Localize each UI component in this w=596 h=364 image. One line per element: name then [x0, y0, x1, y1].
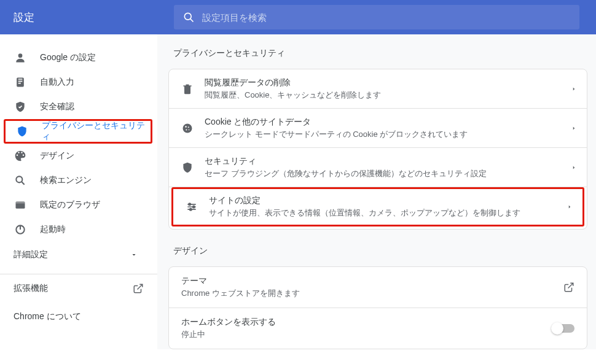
trash-icon	[181, 83, 194, 95]
sidebar-item-label: デザイン	[40, 150, 74, 161]
sidebar-advanced-label: 詳細設定	[14, 249, 48, 260]
privacy-card: 閲覧履歴データの削除 閲覧履歴、Cookie、キャッシュなどを削除します Coo…	[168, 69, 587, 230]
browser-icon	[14, 199, 26, 211]
svg-point-20	[190, 209, 192, 211]
sidebar-item-label: 安全確認	[40, 101, 74, 112]
open-in-new-icon	[133, 283, 144, 294]
assignment-icon	[14, 76, 26, 88]
tune-icon	[186, 201, 198, 213]
svg-line-9	[138, 284, 143, 289]
sidebar-item-search-engine[interactable]: 検索エンジン	[0, 168, 157, 193]
sidebar-item-appearance[interactable]: デザイン	[0, 144, 157, 168]
header: 設定	[0, 0, 596, 34]
sidebar-item-autofill[interactable]: 自動入力	[0, 70, 157, 95]
appearance-card: テーマ Chrome ウェブストアを開きます ホームボタンを表示する 停止中	[168, 266, 587, 349]
svg-line-1	[190, 19, 194, 22]
sidebar-about[interactable]: Chrome について	[0, 303, 157, 331]
svg-point-3	[16, 176, 22, 182]
sidebar-item-label: 自動入力	[40, 77, 74, 88]
sidebar-advanced[interactable]: 詳細設定	[0, 242, 157, 268]
open-in-new-icon	[563, 282, 574, 293]
row-clear-browsing-data[interactable]: 閲覧履歴データの削除 閲覧履歴、Cookie、キャッシュなどを削除します	[169, 69, 587, 109]
svg-point-10	[183, 123, 192, 133]
security-icon	[181, 161, 194, 174]
power-icon	[14, 223, 26, 236]
row-theme[interactable]: テーマ Chrome ウェブストアを開きます	[169, 267, 587, 308]
sidebar-item-google[interactable]: Google の設定	[0, 45, 157, 70]
person-icon	[14, 52, 26, 64]
sidebar-item-label: 検索エンジン	[40, 175, 92, 186]
svg-point-0	[184, 13, 191, 20]
chevron-down-icon	[130, 251, 138, 258]
svg-point-19	[193, 206, 195, 207]
sidebar-item-default-browser[interactable]: 既定のブラウザ	[0, 193, 157, 217]
row-sub: セーフ ブラウジング（危険なサイトからの保護機能）などのセキュリティ設定	[205, 168, 571, 179]
row-sub: 閲覧履歴、Cookie、キャッシュなどを削除します	[205, 90, 571, 101]
chevron-right-icon	[571, 86, 577, 92]
svg-point-11	[185, 126, 187, 128]
search-box[interactable]	[174, 5, 579, 29]
verified-icon	[14, 101, 26, 113]
sidebar: Google の設定 自動入力 安全確認 プライバシーとセキュリティ デザイン …	[0, 34, 157, 349]
row-title: サイトの設定	[209, 195, 567, 206]
row-title: セキュリティ	[205, 156, 571, 167]
sidebar-about-label: Chrome について	[14, 311, 81, 322]
page-title: 設定	[0, 10, 174, 25]
svg-point-2	[18, 53, 23, 58]
sidebar-item-safety[interactable]: 安全確認	[0, 95, 157, 119]
row-cookies[interactable]: Cookie と他のサイトデータ シークレット モードでサードパーティの Coo…	[169, 109, 587, 148]
row-title: ホームボタンを表示する	[181, 317, 552, 328]
sidebar-item-privacy[interactable]: プライバシーとセキュリティ	[4, 119, 152, 144]
svg-point-14	[189, 129, 190, 130]
svg-point-18	[189, 203, 190, 205]
row-title: 閲覧履歴データの削除	[205, 77, 571, 88]
search-input[interactable]	[202, 12, 571, 23]
row-sub: Chrome ウェブストアを開きます	[181, 288, 563, 299]
sidebar-item-label: 起動時	[40, 224, 66, 235]
sidebar-extensions-label: 拡張機能	[14, 283, 48, 294]
chevron-right-icon	[571, 125, 577, 131]
row-home-button[interactable]: ホームボタンを表示する 停止中	[169, 308, 587, 349]
home-button-toggle[interactable]	[552, 324, 574, 333]
sidebar-item-label: 既定のブラウザ	[40, 199, 100, 211]
sidebar-item-label: Google の設定	[40, 52, 96, 63]
row-sub: シークレット モードでサードパーティの Cookie がブロックされています	[205, 129, 571, 140]
sidebar-item-label: プライバシーとセキュリティ	[42, 120, 151, 142]
shield-icon	[16, 125, 28, 137]
row-security[interactable]: セキュリティ セーフ ブラウジング（危険なサイトからの保護機能）などのセキュリテ…	[169, 148, 587, 187]
row-site-settings[interactable]: サイトの設定 サイトが使用、表示できる情報（位置情報、カメラ、ポップアップなど）…	[171, 187, 584, 227]
toggle-knob	[551, 322, 563, 335]
search-icon	[182, 11, 195, 23]
row-title: Cookie と他のサイトデータ	[205, 117, 571, 128]
sidebar-extensions[interactable]: 拡張機能	[0, 274, 157, 303]
section-appearance-title: デザイン	[173, 246, 587, 257]
section-privacy-title: プライバシーとセキュリティ	[173, 48, 587, 59]
row-sub: サイトが使用、表示できる情報（位置情報、カメラ、ポップアップなど）を制御します	[209, 207, 567, 219]
svg-line-4	[22, 182, 25, 185]
svg-point-12	[188, 126, 189, 128]
palette-icon	[14, 150, 26, 162]
row-sub: 停止中	[181, 329, 552, 340]
sidebar-item-startup[interactable]: 起動時	[0, 217, 157, 242]
svg-point-13	[186, 129, 187, 130]
chevron-right-icon	[571, 165, 577, 171]
cookie-icon	[181, 122, 194, 134]
svg-line-21	[568, 283, 573, 288]
row-title: テーマ	[181, 276, 563, 287]
magnify-icon	[14, 174, 26, 187]
svg-rect-6	[16, 201, 25, 203]
main-content: プライバシーとセキュリティ 閲覧履歴データの削除 閲覧履歴、Cookie、キャッ…	[157, 34, 596, 349]
chevron-right-icon	[567, 204, 573, 210]
